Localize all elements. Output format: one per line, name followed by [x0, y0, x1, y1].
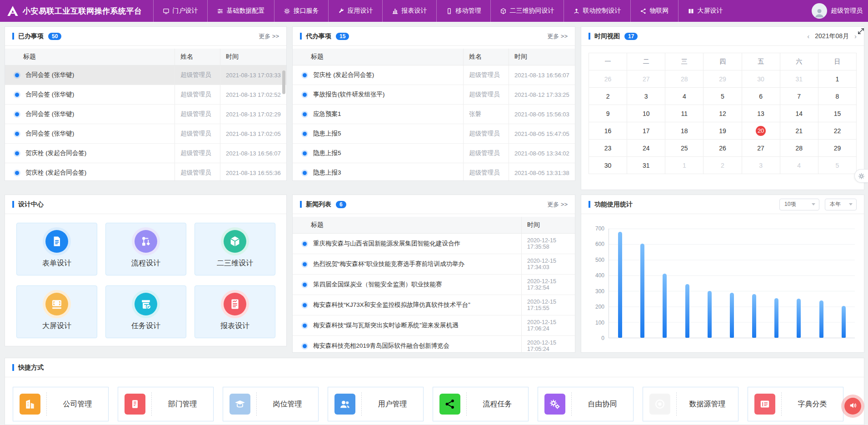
shortcut-card[interactable]: 数据源管理 — [643, 387, 738, 421]
calendar-day[interactable]: 4 — [665, 88, 703, 105]
design-card[interactable]: 表单设计 — [16, 223, 97, 275]
calendar-day[interactable]: 15 — [818, 105, 856, 122]
calendar-day[interactable]: 3 — [742, 157, 780, 174]
calendar-day[interactable]: 12 — [703, 105, 741, 122]
calendar-day[interactable]: 9 — [589, 105, 627, 122]
shortcut-icon — [20, 394, 40, 415]
shortcut-card[interactable]: 岗位管理 — [223, 387, 319, 421]
calendar-day[interactable]: 2 — [589, 88, 627, 105]
done-more-link[interactable]: 更多 >> — [259, 32, 279, 40]
calendar-day[interactable]: 2 — [703, 157, 741, 174]
calendar-day[interactable]: 29 — [818, 140, 856, 156]
calendar-day[interactable]: 24 — [627, 140, 665, 156]
design-card[interactable]: 大屏设计 — [16, 285, 97, 338]
user-menu[interactable]: 超级管理员 — [812, 0, 863, 22]
calendar-day[interactable]: 13 — [742, 105, 780, 122]
nav-item[interactable]: 接口服务 — [274, 0, 328, 22]
calendar-day[interactable]: 26 — [589, 70, 627, 87]
items-filter-select[interactable]: 10项 — [779, 199, 819, 210]
calendar-day[interactable]: 23 — [589, 140, 627, 156]
calendar-day[interactable]: 22 — [818, 122, 856, 139]
calendar-day[interactable]: 10 — [627, 105, 665, 122]
calendar-day[interactable]: 20 — [742, 122, 780, 139]
nav-item[interactable]: 物联网 — [630, 0, 678, 22]
table-row[interactable]: 贺庆栓 (发起合同会签) 超级管理员 2021-08-13 16:56:07 — [5, 144, 286, 163]
calendar-day[interactable]: 27 — [627, 70, 665, 87]
period-filter-select[interactable]: 本年 — [825, 199, 857, 210]
calendar-day[interactable]: 18 — [665, 122, 703, 139]
calendar-day[interactable]: 30 — [742, 70, 780, 87]
news-row[interactable]: 梅安森科技“煤与瓦斯突出实时诊断系统”迎来发展机遇 2020-12-15 17:… — [293, 315, 575, 336]
calendar-day[interactable]: 3 — [627, 88, 665, 105]
design-card[interactable]: 流程设计 — [105, 223, 186, 275]
shortcut-card[interactable]: 公司管理 — [13, 387, 109, 421]
scrollbar-thumb[interactable] — [282, 70, 285, 94]
settings-gear-icon[interactable] — [854, 169, 868, 183]
calendar-day[interactable]: 17 — [627, 122, 665, 139]
calendar-day[interactable]: 26 — [703, 140, 741, 156]
period-filter-value: 本年 — [830, 200, 841, 208]
news-row[interactable]: 梅安森科技亮相2019青岛国际软件融合创新博览会 2020-12-15 17:0… — [293, 336, 575, 353]
design-card[interactable]: 报表设计 — [195, 285, 275, 338]
table-row[interactable]: 合同会签 (张华键) 超级管理员 2021-08-13 17:02:29 — [5, 105, 286, 124]
table-row[interactable]: 隐患上报5 超级管理员 2021-08-05 13:34:02 — [293, 144, 575, 163]
calendar-day[interactable]: 28 — [665, 70, 703, 87]
calendar-day[interactable]: 27 — [742, 140, 780, 156]
calendar-day[interactable]: 8 — [818, 88, 856, 105]
news-more-link[interactable]: 更多 >> — [547, 200, 568, 209]
calendar-day[interactable]: 1 — [665, 157, 703, 174]
table-row[interactable]: 事故报告(软件研发组张平) 超级管理员 2021-08-12 17:33:25 — [293, 85, 575, 105]
day-number: 31 — [794, 74, 804, 84]
news-row[interactable]: 重庆梅安森与山西省国新能源发展集团智能化建设合作 2020-12-15 17:3… — [293, 234, 575, 254]
next-month-button[interactable]: › — [854, 32, 857, 40]
nav-item[interactable]: 应用设计 — [328, 0, 382, 22]
nav-item[interactable]: 联动控制设计 — [564, 0, 630, 22]
table-row[interactable]: 隐患上报3 超级管理员 2021-08-05 13:31:38 — [293, 163, 575, 181]
calendar-day[interactable]: 7 — [780, 88, 818, 105]
calendar-day[interactable]: 30 — [589, 157, 627, 174]
nav-item[interactable]: 门户设计 — [153, 0, 207, 22]
calendar-day[interactable]: 14 — [780, 105, 818, 122]
table-row[interactable]: 隐患上报5 超级管理员 2021-08-05 15:47:05 — [293, 124, 575, 144]
calendar-day[interactable]: 19 — [703, 122, 741, 139]
nav-item[interactable]: 二三维协同设计 — [490, 0, 564, 22]
calendar-day[interactable]: 28 — [780, 140, 818, 156]
calendar-day[interactable]: 6 — [742, 88, 780, 105]
row-time: 2021-08-12 17:33:25 — [509, 85, 575, 104]
voice-announce-button[interactable] — [844, 398, 861, 415]
design-card[interactable]: 任务设计 — [105, 285, 186, 338]
calendar-day[interactable]: 31 — [780, 70, 818, 87]
calendar-day[interactable]: 11 — [665, 105, 703, 122]
calendar-day[interactable]: 1 — [818, 70, 856, 87]
nav-item[interactable]: 大屏设计 — [678, 0, 732, 22]
table-row[interactable]: 合同会签 (张华键) 超级管理员 2021-08-13 17:03:33 — [5, 65, 286, 85]
table-row[interactable]: 应急预案1 张磐 2021-08-05 15:56:03 — [293, 105, 575, 124]
shortcut-card[interactable]: 部门管理 — [118, 387, 214, 421]
calendar-day[interactable]: 31 — [627, 157, 665, 174]
shortcut-card[interactable]: 字典分类 — [748, 387, 843, 421]
shortcut-card[interactable]: 流程任务 — [433, 387, 529, 421]
design-card[interactable]: 二三维设计 — [195, 223, 275, 275]
news-row[interactable]: 第四届全国煤炭业（智能安全监测）职业技能赛 2020-12-15 17:32:5… — [293, 275, 575, 295]
nav-item[interactable]: 基础数据配置 — [207, 0, 274, 22]
table-row[interactable]: 合同会签 (张华键) 超级管理员 2021-08-13 17:02:52 — [5, 85, 286, 105]
news-row[interactable]: 热烈祝贺“梅安森杯”职业技能竞赛选手赛前培训成功举办 2020-12-15 17… — [293, 254, 575, 275]
todo-more-link[interactable]: 更多 >> — [547, 32, 568, 40]
table-row[interactable]: 合同会签 (张华键) 超级管理员 2021-08-13 17:02:05 — [5, 124, 286, 144]
shortcut-card[interactable]: 用户管理 — [328, 387, 424, 421]
calendar-day[interactable]: 4 — [780, 157, 818, 174]
fullscreen-expand-icon[interactable] — [857, 27, 865, 35]
prev-month-button[interactable]: ‹ — [807, 32, 809, 40]
table-row[interactable]: 贺庆栓 (发起合同会签) 超级管理员 2021-08-13 16:56:07 — [293, 65, 575, 85]
shortcut-card[interactable]: 自由协同 — [538, 387, 634, 421]
calendar-day[interactable]: 21 — [780, 122, 818, 139]
calendar-day[interactable]: 25 — [665, 140, 703, 156]
table-row[interactable]: 贺庆栓 (发起合同会签) 超级管理员 2021-08-13 16:55:36 — [5, 163, 286, 181]
calendar-day[interactable]: 29 — [703, 70, 741, 87]
calendar-day[interactable]: 5 — [818, 157, 856, 174]
nav-item[interactable]: 报表设计 — [382, 0, 436, 22]
calendar-day[interactable]: 5 — [703, 88, 741, 105]
nav-item[interactable]: 移动管理 — [436, 0, 490, 22]
calendar-day[interactable]: 16 — [589, 122, 627, 139]
news-row[interactable]: 梅安森科技“KJ73X和安全监控模拟故障仿真软件技术平台” 2020-12-15… — [293, 295, 575, 315]
